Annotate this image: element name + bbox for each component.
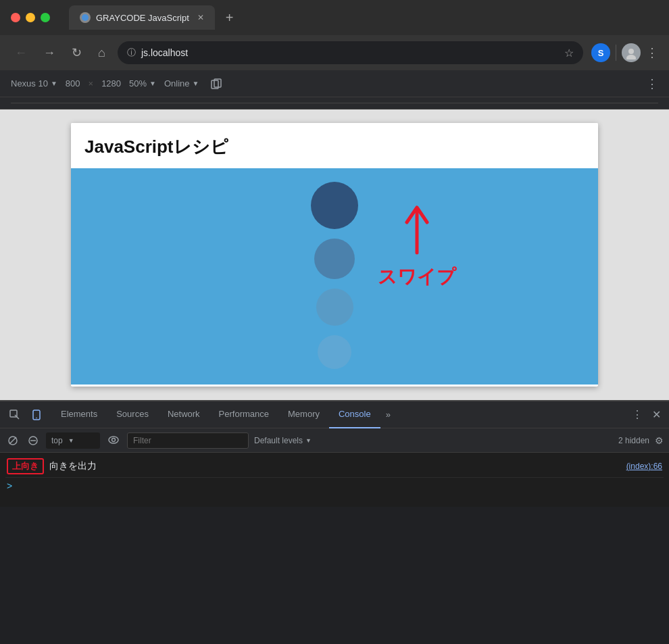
close-button[interactable]	[11, 13, 20, 22]
tab-network[interactable]: Network	[158, 401, 209, 428]
svg-point-0	[82, 14, 89, 21]
console-settings-button[interactable]: ⚙	[655, 435, 664, 446]
traffic-lights	[11, 13, 50, 22]
devtools-more-options-button[interactable]: ⋮	[629, 405, 645, 424]
tab-close-icon[interactable]: ✕	[197, 13, 204, 22]
viewport-height: 1280	[101, 78, 121, 89]
new-tab-button[interactable]: +	[220, 7, 239, 28]
console-output: 上向き 向きを出力 (index):66 >	[0, 453, 669, 507]
tab-elements[interactable]: Elements	[51, 401, 107, 428]
tab-favicon	[80, 12, 91, 23]
console-prompt-icon: >	[7, 480, 12, 491]
security-icon: ⓘ	[127, 47, 136, 59]
toolbar-divider	[616, 45, 616, 61]
inspect-element-button[interactable]	[5, 405, 24, 424]
reload-button[interactable]: ↻	[68, 43, 86, 63]
devtools-panel: Elements Sources Network Performance Mem…	[0, 400, 669, 507]
swipe-demo-area: スワイプ	[71, 168, 598, 385]
tab-memory[interactable]: Memory	[278, 401, 329, 428]
browser-tab[interactable]: GRAYCODE JavaScript ✕	[69, 5, 215, 30]
more-options-button[interactable]: ⋮	[646, 45, 658, 60]
toolbar-icons: S ⋮	[591, 43, 658, 62]
tab-console[interactable]: Console	[329, 401, 380, 428]
devtools-right-actions: ⋮ ✕	[629, 405, 664, 424]
console-log-badge: 上向き	[7, 458, 44, 474]
context-chevron: ▼	[68, 437, 74, 444]
svg-point-14	[112, 438, 116, 441]
swipe-arrow-area: スワイプ	[378, 202, 456, 290]
console-filter-input[interactable]	[127, 432, 249, 449]
profile-button[interactable]	[622, 43, 641, 62]
circle-1	[311, 182, 358, 229]
zoom-chevron: ▼	[149, 80, 156, 87]
device-toolbar-button[interactable]	[27, 405, 46, 424]
extensions-button[interactable]: S	[591, 43, 610, 62]
webpage-frame: JavaScriptレシピ スワイプ	[71, 123, 598, 387]
console-eye-button[interactable]	[105, 435, 122, 446]
webpage-title: JavaScriptレシピ	[84, 137, 228, 157]
devtools-close-button[interactable]: ✕	[649, 405, 664, 424]
device-name: Nexus 10	[11, 78, 48, 89]
svg-point-8	[36, 417, 37, 418]
rotate-button[interactable]	[207, 74, 226, 93]
zoom-level: 50%	[129, 78, 147, 89]
ruler-area	[0, 97, 669, 109]
responsive-more-button[interactable]: ⋮	[646, 76, 658, 91]
console-default-levels-selector[interactable]: Default levels ▼	[254, 436, 312, 445]
devtools-responsive-toolbar: Nexus 10 ▼ 800 × 1280 50% ▼ Online ▼ ⋮	[0, 70, 669, 97]
devtools-tab-icons	[5, 405, 46, 424]
network-selector[interactable]: Online ▼	[164, 78, 199, 89]
device-selector-chevron: ▼	[51, 80, 57, 87]
webpage-header: JavaScriptレシピ	[71, 123, 598, 168]
tab-performance[interactable]: Performance	[209, 401, 278, 428]
console-toolbar: top ▼ Default levels ▼ 2 hidden ⚙	[0, 428, 669, 453]
svg-point-1	[628, 49, 634, 54]
devtools-tabs: Elements Sources Network Performance Mem…	[0, 401, 669, 428]
tab-area: GRAYCODE JavaScript ✕ +	[69, 5, 658, 30]
minimize-button[interactable]	[26, 13, 35, 22]
title-bar: GRAYCODE JavaScript ✕ +	[0, 0, 669, 35]
circle-2	[314, 239, 355, 279]
ruler-line	[11, 103, 658, 103]
console-prompt-line: >	[5, 478, 664, 494]
circle-4	[318, 335, 351, 369]
svg-point-2	[626, 55, 636, 59]
console-context-text: top	[51, 436, 63, 445]
console-log-line: 上向き 向きを出力 (index):66	[5, 455, 664, 478]
zoom-selector[interactable]: 50% ▼	[129, 78, 156, 89]
address-bar-input[interactable]: ⓘ js.localhost ☆	[118, 41, 583, 64]
console-clear-button[interactable]	[5, 433, 20, 448]
levels-chevron: ▼	[305, 437, 312, 444]
console-hidden-count: 2 hidden	[618, 436, 649, 445]
svg-point-13	[109, 437, 118, 443]
console-log-text: 向きを出力	[49, 460, 97, 472]
network-chevron: ▼	[193, 80, 199, 87]
device-selector[interactable]: Nexus 10 ▼	[11, 78, 57, 89]
address-bar: ← → ↻ ⌂ ⓘ js.localhost ☆ S ⋮	[0, 35, 669, 70]
home-button[interactable]: ⌂	[94, 43, 109, 63]
maximize-button[interactable]	[41, 13, 50, 22]
back-button[interactable]: ←	[11, 43, 31, 63]
dimension-separator: ×	[89, 78, 94, 89]
main-viewport: JavaScriptレシピ スワイプ	[0, 109, 669, 400]
address-text: js.localhost	[141, 47, 559, 58]
tab-title: GRAYCODE JavaScript	[96, 13, 189, 23]
console-context-selector[interactable]: top ▼	[46, 432, 100, 449]
forward-button[interactable]: →	[39, 43, 59, 63]
console-log-location[interactable]: (index):66	[626, 462, 662, 471]
network-status: Online	[164, 78, 190, 89]
viewport-width: 800	[66, 78, 80, 89]
circles-container	[311, 182, 358, 369]
swipe-label: スワイプ	[378, 264, 456, 290]
svg-line-10	[9, 437, 16, 444]
swipe-up-arrow	[403, 202, 430, 262]
circle-3	[316, 289, 353, 326]
tab-sources[interactable]: Sources	[107, 401, 158, 428]
devtools-more-tabs-button[interactable]: »	[380, 410, 396, 420]
bookmark-icon[interactable]: ☆	[564, 47, 574, 59]
console-block-button[interactable]	[26, 433, 41, 448]
